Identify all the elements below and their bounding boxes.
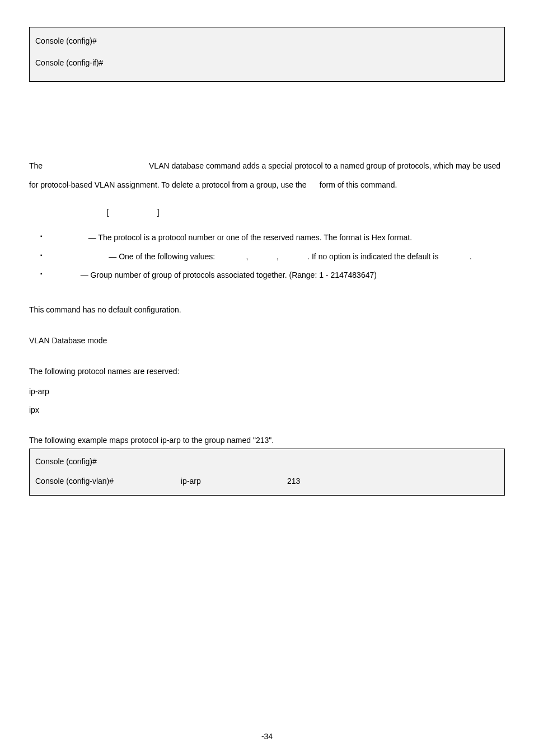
code-block-example: Console (config)# Console (config-vlan)#… [29,449,505,496]
command-mode-text: VLAN Database mode [29,335,505,347]
param-text: — One of the following values: [106,252,217,261]
code-row: Console (config)# [35,456,499,468]
code-row: Console (config-vlan)# ip-arp 213 [35,475,499,487]
param-text: . If no option is indicated the default … [307,252,441,261]
default-config-section: This command has no default configuratio… [29,304,505,316]
param-item: encapsulation — One of the following val… [32,248,505,267]
code-cell: ip-arp [181,475,287,487]
syntax-line: map protocol protocol [encapsulation] pr… [29,207,505,218]
reserved-name: ipx [29,402,505,419]
code-line: Console (config)# [35,35,499,47]
param-sep: , [277,252,281,261]
guidelines-intro: The following protocol names are reserve… [29,366,505,377]
default-config-text: This command has no default configuratio… [29,304,505,316]
intro-pre: The [29,161,45,170]
guidelines-section: The following protocol names are reserve… [29,366,505,419]
parameter-list: protocol — The protocol is a protocol nu… [32,228,505,285]
param-item: protocol — The protocol is a protocol nu… [32,228,505,248]
reserved-name: ip-arp [29,383,505,400]
param-text: — The protocol is a protocol number or o… [86,233,412,242]
code-cell: 213 [287,475,300,487]
param-text: — Group number of group of protocols ass… [78,270,377,279]
code-cell: Console (config-vlan)# [35,475,181,487]
param-item: group — Group number of group of protoco… [32,266,505,285]
intro-post: form of this command. [317,180,397,189]
code-block-top: Console (config)# Console (config-if)# [29,27,505,82]
command-mode-section: VLAN Database mode [29,335,505,347]
param-dot: . [470,252,472,261]
code-cell: Console (config)# [35,456,181,468]
code-line: Console (config-if)# [35,57,499,69]
page-number: -34 [0,731,534,743]
example-description: The following example maps protocol ip-a… [29,435,505,446]
intro-paragraph: The map protocol protocols-group VLAN da… [29,157,505,194]
